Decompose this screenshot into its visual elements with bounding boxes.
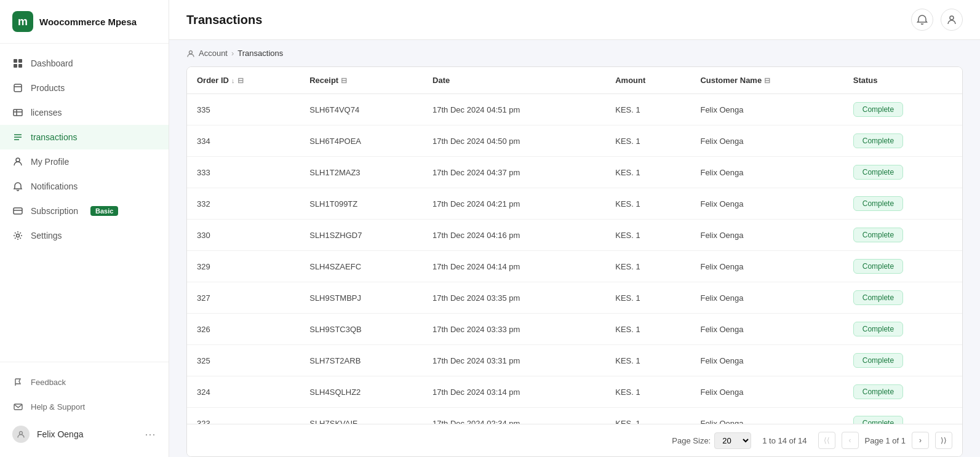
cell-order-id: 325 [187, 345, 300, 376]
prev-page-button[interactable]: ‹ [842, 432, 859, 449]
sidebar-item-transactions[interactable]: transactions [0, 125, 169, 149]
sidebar-label-transactions: transactions [31, 132, 77, 142]
filter-receipt-icon[interactable]: ⊟ [341, 76, 347, 85]
cell-order-id: 332 [187, 188, 300, 220]
sidebar-item-dashboard[interactable]: Dashboard [0, 51, 169, 76]
col-customer-name[interactable]: Customer Name ⊟ [690, 67, 843, 94]
logo-icon: m [12, 11, 33, 32]
breadcrumb-account[interactable]: Account [199, 49, 228, 58]
page-size-control: Page Size: 10 20 50 100 [672, 432, 751, 449]
table-row[interactable]: 335 SLH6T4VQ74 17th Dec 2024 04:51 pm KE… [187, 94, 962, 125]
sort-desc-icon[interactable]: ↓ [231, 77, 235, 84]
sidebar-item-products[interactable]: Products [0, 76, 169, 100]
cell-date: 17th Dec 2024 03:14 pm [423, 376, 605, 408]
sidebar-item-subscription[interactable]: Subscription Basic [0, 199, 169, 223]
sidebar-item-settings[interactable]: Settings [0, 223, 169, 248]
cell-receipt: SLH9STMBPJ [300, 282, 423, 314]
cell-date: 17th Dec 2024 03:33 pm [423, 314, 605, 345]
mail-icon [12, 401, 23, 412]
cell-date: 17th Dec 2024 02:34 pm [423, 408, 605, 424]
table-row[interactable]: 329 SLH4SZAEFC 17th Dec 2024 04:14 pm KE… [187, 251, 962, 282]
cell-receipt: SLH4SQLHZ2 [300, 376, 423, 408]
cell-status: Complete [843, 125, 962, 157]
sidebar-item-help[interactable]: Help & Support [0, 394, 169, 419]
cell-status: Complete [843, 251, 962, 282]
col-order-id[interactable]: Order ID ↓ ⊟ [187, 67, 300, 94]
tag-icon [12, 82, 23, 93]
cell-order-id: 326 [187, 314, 300, 345]
page-size-select[interactable]: 10 20 50 100 [714, 432, 751, 449]
account-icon [186, 49, 195, 58]
cell-customer: Felix Oenga [690, 345, 843, 376]
cell-status: Complete [843, 282, 962, 314]
cell-date: 17th Dec 2024 04:37 pm [423, 157, 605, 188]
page-title: Transactions [186, 13, 262, 27]
table-row[interactable]: 325 SLH7ST2ARB 17th Dec 2024 03:31 pm KE… [187, 345, 962, 376]
cell-date: 17th Dec 2024 04:16 pm [423, 220, 605, 251]
sidebar-item-feedback[interactable]: Feedback [0, 370, 169, 394]
sidebar-item-my-profile[interactable]: My Profile [0, 149, 169, 174]
col-amount: Amount [605, 67, 690, 94]
user-account-button[interactable] [941, 9, 963, 31]
app-name: Woocommerce Mpesa [39, 17, 137, 27]
list-icon [12, 132, 23, 143]
notifications-button[interactable] [911, 9, 933, 31]
sidebar-item-notifications[interactable]: Notifications [0, 174, 169, 199]
cell-date: 17th Dec 2024 04:14 pm [423, 251, 605, 282]
table-wrapper: Order ID ↓ ⊟ Receipt ⊟ [186, 66, 963, 457]
cell-customer: Felix Oenga [690, 94, 843, 125]
svg-point-17 [20, 432, 23, 435]
first-page-button[interactable]: ⟨⟨ [818, 432, 835, 449]
breadcrumb: Account › Transactions [169, 40, 980, 66]
cell-amount: KES. 1 [605, 376, 690, 408]
user-icon [12, 156, 23, 167]
avatar [12, 426, 30, 443]
table-row[interactable]: 333 SLH1T2MAZ3 17th Dec 2024 04:37 pm KE… [187, 157, 962, 188]
last-page-button[interactable]: ⟩⟩ [935, 432, 952, 449]
bell-icon [12, 181, 23, 192]
status-badge: Complete [853, 196, 903, 211]
table-row[interactable]: 326 SLH9STC3QB 17th Dec 2024 03:33 pm KE… [187, 314, 962, 345]
cell-order-id: 335 [187, 94, 300, 125]
svg-rect-1 [18, 59, 22, 63]
cell-amount: KES. 1 [605, 282, 690, 314]
user-menu-button[interactable]: ⋯ [145, 427, 156, 441]
sidebar-label-feedback: Feedback [31, 378, 66, 387]
table-row[interactable]: 327 SLH9STMBPJ 17th Dec 2024 03:35 pm KE… [187, 282, 962, 314]
credit-card-icon [12, 205, 23, 217]
cell-order-id: 334 [187, 125, 300, 157]
cell-amount: KES. 1 [605, 314, 690, 345]
sidebar-label-products: Products [31, 83, 65, 93]
cell-status: Complete [843, 94, 962, 125]
subscription-badge: Basic [90, 206, 118, 216]
table-row[interactable]: 330 SLH1SZHGD7 17th Dec 2024 04:16 pm KE… [187, 220, 962, 251]
cell-status: Complete [843, 345, 962, 376]
filter-order-id-icon[interactable]: ⊟ [237, 76, 244, 85]
flag-icon [12, 376, 23, 387]
user-profile-row[interactable]: Felix Oenga ⋯ [0, 419, 169, 450]
table-row[interactable]: 334 SLH6T4POEA 17th Dec 2024 04:50 pm KE… [187, 125, 962, 157]
table-row[interactable]: 332 SLH1T099TZ 17th Dec 2024 04:21 pm KE… [187, 188, 962, 220]
table-scroll[interactable]: Order ID ↓ ⊟ Receipt ⊟ [187, 67, 962, 424]
cell-order-id: 330 [187, 220, 300, 251]
sidebar-label-settings: Settings [31, 231, 62, 240]
svg-rect-4 [14, 84, 22, 92]
svg-point-12 [16, 158, 20, 162]
cell-receipt: SLH1SZHGD7 [300, 220, 423, 251]
svg-rect-13 [14, 208, 22, 214]
cell-date: 17th Dec 2024 04:21 pm [423, 188, 605, 220]
sidebar-nav: Dashboard Products licenses transactions [0, 44, 169, 362]
table-row[interactable]: 323 SLH7SKVAIF 17th Dec 2024 02:34 pm KE… [187, 408, 962, 424]
cell-customer: Felix Oenga [690, 408, 843, 424]
status-badge: Complete [853, 259, 903, 274]
filter-customer-icon[interactable]: ⊟ [764, 76, 770, 85]
sidebar-label-help: Help & Support [31, 402, 85, 411]
page-label: Page 1 of 1 [865, 436, 906, 445]
sidebar-item-licenses[interactable]: licenses [0, 100, 169, 125]
svg-rect-3 [18, 64, 22, 68]
cell-receipt: SLH6T4VQ74 [300, 94, 423, 125]
top-bar: Transactions [169, 0, 980, 40]
col-receipt[interactable]: Receipt ⊟ [300, 67, 423, 94]
table-row[interactable]: 324 SLH4SQLHZ2 17th Dec 2024 03:14 pm KE… [187, 376, 962, 408]
next-page-button[interactable]: › [912, 432, 929, 449]
